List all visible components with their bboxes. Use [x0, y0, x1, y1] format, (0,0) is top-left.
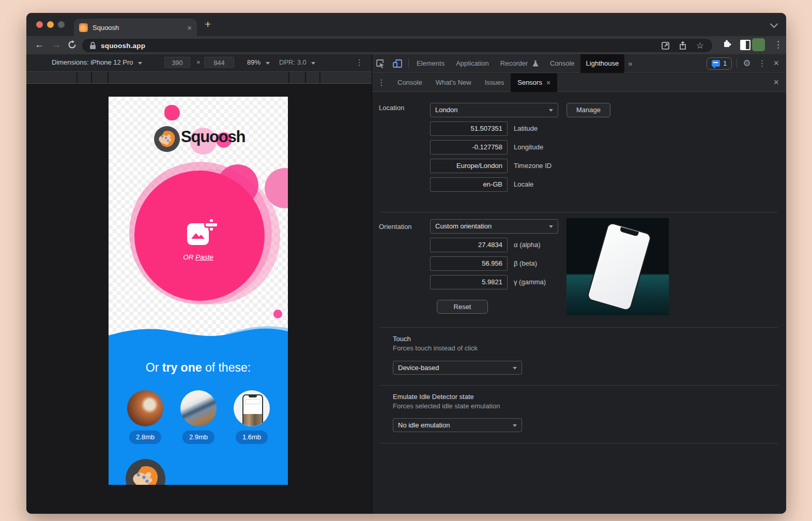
orientation-phone-preview[interactable] — [566, 218, 669, 315]
try-one-heading: Or try one of these: — [109, 361, 288, 375]
tab-recorder[interactable]: Recorder — [495, 54, 544, 73]
or-label: OR — [183, 253, 195, 261]
beta-input[interactable]: 56.956 — [430, 256, 508, 271]
wave-decoration — [109, 323, 288, 342]
idle-title: Emulate Idle Detector state — [393, 393, 474, 401]
paste-link[interactable]: Paste — [195, 253, 213, 261]
sample-size-badge: 2.9mb — [182, 431, 215, 444]
lock-icon — [90, 42, 96, 49]
drawer-kebab-icon[interactable]: ⋮ — [372, 78, 391, 87]
drawer-tab-whats-new[interactable]: What's New — [429, 73, 478, 92]
profile-avatar[interactable] — [752, 38, 765, 51]
idle-subtitle: Forces selected idle state emulation — [393, 402, 500, 410]
decorative-pink-dot — [164, 105, 180, 120]
locale-input[interactable]: en-GB — [430, 177, 508, 192]
more-tabs-icon[interactable]: » — [624, 59, 636, 68]
dimensions-times-label: × — [196, 58, 201, 66]
gamma-input[interactable]: 5.9821 — [430, 275, 508, 289]
url-text: squoosh.app — [101, 42, 145, 50]
hand-squeezing-orange-icon — [154, 126, 180, 152]
longitude-input[interactable]: -0.127758 — [430, 140, 508, 155]
tab-close-icon[interactable]: × — [187, 23, 192, 32]
settings-gear-icon[interactable]: ⚙ — [739, 58, 754, 69]
browser-tab[interactable]: Squoosh × — [74, 19, 197, 36]
sample-size-badge: 1.6mb — [236, 431, 268, 444]
chevron-down-icon — [513, 424, 517, 427]
viewport-width-input[interactable]: 390 — [164, 57, 190, 68]
longitude-label: Longitude — [514, 140, 543, 155]
alpha-input[interactable]: 27.4834 — [430, 238, 508, 252]
sample-image-illustration[interactable] — [180, 390, 217, 426]
chevron-down-icon — [549, 225, 553, 228]
touch-subtitle: Forces touch instead of click — [393, 344, 478, 352]
issues-notification-badge[interactable]: 1 — [707, 57, 732, 70]
tab-console[interactable]: Console — [544, 54, 580, 73]
dpr-value: DPR: 3.0 — [279, 58, 307, 66]
drawer-tab-console[interactable]: Console — [391, 73, 429, 92]
squoosh-logo — [154, 126, 180, 152]
device-toolbar-toggle-icon[interactable] — [389, 59, 406, 68]
reset-button[interactable]: Reset — [437, 300, 488, 314]
squoosh-wordmark: Squoosh — [181, 128, 245, 146]
bookmark-star-icon[interactable]: ☆ — [696, 42, 704, 50]
idle-select[interactable]: No idle emulation — [393, 418, 522, 432]
timezone-input[interactable]: Europe/London — [430, 159, 508, 173]
extensions-puzzle-icon[interactable] — [723, 38, 732, 48]
tab-application[interactable]: Application — [450, 54, 495, 73]
back-button[interactable]: ← — [35, 36, 44, 54]
sample-size-badge: 2.8mb — [129, 431, 161, 444]
device-dimensions-select[interactable]: Dimensions: iPhone 12 Pro — [52, 58, 142, 66]
tab-lighthouse[interactable]: Lighthouse — [580, 54, 625, 73]
browser-window: Squoosh × + ← → squoosh.app — [26, 13, 786, 514]
locale-label: Locale — [514, 177, 533, 192]
drawer-close-icon[interactable]: × — [773, 77, 786, 88]
squoosh-favicon-icon — [79, 23, 88, 32]
devtools-kebab-icon[interactable]: ⋮ — [754, 58, 770, 68]
zoom-select[interactable]: 89% — [247, 58, 270, 66]
zoom-value: 89% — [247, 58, 261, 66]
device-dimensions-label: Dimensions: iPhone 12 Pro — [52, 58, 133, 66]
sensors-tab-close-icon[interactable]: × — [546, 73, 550, 92]
tab-title: Squoosh — [93, 24, 187, 32]
page-viewport: Squoosh OR Paste — [109, 97, 288, 485]
location-preset-select[interactable]: London — [430, 103, 558, 117]
latitude-input[interactable]: 51.507351 — [430, 121, 508, 136]
media-query-bar[interactable] — [26, 72, 372, 84]
beta-label: β (beta) — [514, 256, 537, 271]
sample-image-phone-screenshot[interactable] — [234, 390, 270, 426]
devtools-close-icon[interactable]: × — [770, 58, 786, 69]
new-tab-button[interactable]: + — [205, 18, 211, 30]
add-image-icon[interactable] — [187, 223, 209, 245]
experiment-flask-icon — [532, 60, 539, 67]
sample-image-red-panda[interactable] — [127, 390, 163, 426]
dpr-select[interactable]: DPR: 3.0 — [279, 58, 315, 66]
device-emulation-pane: Dimensions: iPhone 12 Pro 390 × 844 89% … — [26, 54, 372, 514]
forward-button[interactable]: → — [52, 36, 61, 54]
tab-elements[interactable]: Elements — [411, 54, 450, 73]
drawer-tab-issues[interactable]: Issues — [478, 73, 511, 92]
share-icon[interactable] — [679, 41, 686, 50]
manage-button[interactable]: Manage — [566, 103, 610, 117]
traffic-zoom-button[interactable] — [58, 21, 65, 28]
device-toolbar: Dimensions: iPhone 12 Pro 390 × 844 89% … — [26, 54, 372, 72]
tab-group-icon[interactable] — [740, 40, 750, 50]
open-in-new-icon[interactable] — [662, 42, 669, 50]
device-toolbar-kebab-icon[interactable]: ⋮ — [356, 58, 363, 67]
touch-title: Touch — [393, 335, 411, 343]
tab-search-chevron-icon[interactable] — [770, 20, 778, 28]
chat-bubble-icon — [712, 60, 720, 67]
decorative-small-dot — [273, 310, 282, 318]
devtools-tabbar: Elements Application Recorder Console Li… — [372, 54, 786, 73]
orientation-preset-select[interactable]: Custom orientation — [430, 219, 558, 234]
devtools-pane: Elements Application Recorder Console Li… — [372, 54, 786, 514]
drawer-tab-sensors[interactable]: Sensors × — [511, 73, 557, 92]
traffic-minimize-button[interactable] — [47, 21, 54, 28]
url-bar[interactable]: squoosh.app ☆ — [82, 39, 712, 52]
touch-select[interactable]: Device-based — [393, 361, 522, 375]
browser-menu-kebab-icon[interactable]: ⋮ — [774, 39, 783, 50]
drawer-tabbar: ⋮ Console What's New Issues Sensors × × — [372, 73, 786, 92]
viewport-height-input[interactable]: 844 — [204, 57, 234, 68]
inspect-element-icon[interactable] — [372, 59, 389, 68]
chevron-down-icon — [549, 109, 553, 112]
traffic-close-button[interactable] — [36, 21, 43, 28]
